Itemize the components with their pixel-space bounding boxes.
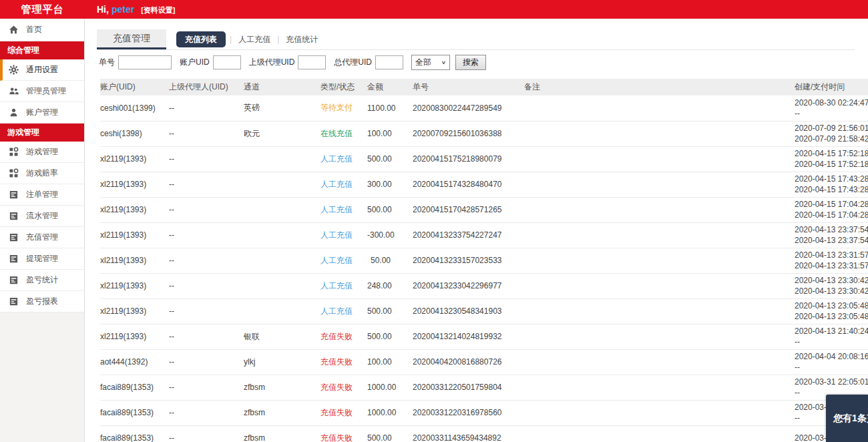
report-icon xyxy=(9,232,19,242)
cell-amount: -300.00 xyxy=(367,222,413,248)
cell-account: xl2119(1393) xyxy=(100,146,169,172)
cell-note xyxy=(524,400,795,425)
cell-agent: -- xyxy=(169,197,244,222)
column-header-4: 金额 xyxy=(367,79,413,95)
cell-note xyxy=(524,121,795,146)
cell-account: xl2119(1393) xyxy=(100,298,169,324)
sidebar-item-9[interactable]: 流水管理 xyxy=(0,206,84,227)
title-row: 充值管理 充值列表|人工充值|充值统计 xyxy=(97,30,855,50)
cell-channel: ylkj xyxy=(244,349,320,375)
cell-status: 充值失败 xyxy=(320,375,367,400)
paid-time: 2020-04-15 17:04:28 xyxy=(795,210,868,220)
paid-time: -- xyxy=(795,108,868,119)
cell-agent: -- xyxy=(169,400,244,425)
status-badge: 等待支付 xyxy=(320,103,353,112)
status-filter-select[interactable]: 全部∨ xyxy=(411,55,450,70)
search-form: 单号账户UID上级代理UID总代理UID全部∨搜索 xyxy=(99,55,486,70)
cell-order: 20200413233157023533 xyxy=(413,248,524,273)
sidebar-item-0[interactable]: 首页 xyxy=(0,19,84,41)
search-field-label-0: 单号 xyxy=(99,57,115,68)
recharge-notification-toast[interactable]: 您有1条充 xyxy=(826,395,868,442)
sidebar-item-13[interactable]: 盈亏报表 xyxy=(0,291,84,312)
tab-separator: | xyxy=(277,35,279,44)
cell-order: 20200331220316978560 xyxy=(413,400,524,425)
status-badge: 人工充值 xyxy=(320,180,353,189)
search-input-2[interactable] xyxy=(298,55,326,69)
search-button[interactable]: 搜索 xyxy=(455,55,486,70)
sidebar-item-11[interactable]: 提现管理 xyxy=(0,248,84,270)
cell-amount: 300.00 xyxy=(367,172,413,197)
table-row: facai889(1353)--zfbsm充值失败1000.0020200331… xyxy=(100,400,868,425)
cell-channel xyxy=(244,197,320,222)
cell-agent: -- xyxy=(169,298,244,324)
cell-channel: zfbsm xyxy=(244,375,320,400)
report-icon xyxy=(9,275,19,285)
sidebar-item-label: 游戏管理 xyxy=(26,146,58,158)
cell-amount: 500.00 xyxy=(367,425,413,442)
sidebar-item-label: 提现管理 xyxy=(26,253,58,264)
cell-agent: -- xyxy=(169,248,244,273)
cell-note xyxy=(524,375,795,400)
top-header: 管理平台 Hi,peter[资料设置] xyxy=(0,0,868,19)
cell-account: facai889(1353) xyxy=(100,425,169,442)
column-header-2: 通道 xyxy=(244,79,320,95)
grid-icon xyxy=(9,147,19,157)
cell-amount: 1000.00 xyxy=(367,400,413,425)
profile-settings-link[interactable]: [资料设置] xyxy=(141,6,175,14)
sidebar: 首页综合管理通用设置管理员管理账户管理游戏管理游戏管理游戏赔率注单管理流水管理充… xyxy=(0,19,85,442)
cell-dates: 2020-04-13 23:30:422020-04-13 23:30:42 xyxy=(795,273,868,298)
cell-dates: 2020-04-13 21:40:24-- xyxy=(795,324,868,349)
tab-1[interactable]: 人工充值 xyxy=(236,34,273,45)
sidebar-item-2[interactable]: 通用设置 xyxy=(0,59,84,81)
created-time: 2020-08-30 02:24:47 xyxy=(795,97,868,108)
sidebar-item-6[interactable]: 游戏管理 xyxy=(0,142,84,163)
sidebar-item-label: 注单管理 xyxy=(26,189,58,200)
sidebar-item-4[interactable]: 账户管理 xyxy=(0,102,84,124)
cell-amount: 500.00 xyxy=(367,324,413,349)
tab-0[interactable]: 充值列表 xyxy=(176,31,226,47)
cell-account: ceshi001(1399) xyxy=(100,95,169,121)
report-icon xyxy=(9,254,19,264)
cell-note xyxy=(524,248,795,273)
sidebar-item-7[interactable]: 游戏赔率 xyxy=(0,163,84,184)
created-time: 2020-04-13 23:30:42 xyxy=(795,275,868,286)
cell-status: 充值失败 xyxy=(320,425,367,442)
cell-account: xl2119(1393) xyxy=(100,197,169,222)
sidebar-item-label: 游戏赔率 xyxy=(26,168,58,179)
column-header-7: 创建/支付时间 xyxy=(795,79,868,95)
cell-account: xl2119(1393) xyxy=(100,273,169,298)
table-row: xl2119(1393)--人工充值248.002020041323304229… xyxy=(100,273,868,298)
paid-time: 2020-04-15 17:43:28 xyxy=(795,184,868,195)
status-badge: 人工充值 xyxy=(320,154,353,164)
created-time: 2020-04-15 17:52:18 xyxy=(795,148,868,159)
search-input-1[interactable] xyxy=(213,55,241,69)
sidebar-item-3[interactable]: 管理员管理 xyxy=(0,81,84,102)
sidebar-item-10[interactable]: 充值管理 xyxy=(0,227,84,248)
table-row: xl2119(1393)--银联充值失败500.0020200413214024… xyxy=(100,324,868,349)
cell-channel xyxy=(244,248,320,273)
column-header-5: 单号 xyxy=(413,79,524,95)
status-badge: 充值失败 xyxy=(320,332,353,341)
cell-dates: 2020-04-13 23:37:542020-04-13 23:37:54 xyxy=(795,222,868,248)
paid-time: 2020-04-13 23:30:42 xyxy=(795,286,868,296)
column-header-6: 备注 xyxy=(524,79,795,95)
cell-status: 人工充值 xyxy=(320,172,367,197)
cell-account: facai889(1353) xyxy=(100,375,169,400)
cell-note xyxy=(524,146,795,172)
cell-amount: 1100.00 xyxy=(367,95,413,121)
sidebar-item-12[interactable]: 盈亏统计 xyxy=(0,270,84,291)
cell-note xyxy=(524,95,795,121)
search-input-0[interactable] xyxy=(118,55,172,69)
cell-order: 20200413214024819932 xyxy=(413,324,524,349)
cell-status: 在线充值 xyxy=(320,121,367,146)
table-row: xl2119(1393)--人工充值500.002020041517521898… xyxy=(100,146,868,172)
search-input-3[interactable] xyxy=(375,55,403,69)
cell-status: 人工充值 xyxy=(320,146,367,172)
sidebar-item-8[interactable]: 注单管理 xyxy=(0,184,84,206)
app-logo: 管理平台 xyxy=(0,0,85,19)
tab-2[interactable]: 充值统计 xyxy=(283,34,320,45)
cell-status: 充值失败 xyxy=(320,400,367,425)
status-badge: 人工充值 xyxy=(320,230,353,240)
search-field-label-2: 上级代理UID xyxy=(249,57,295,68)
status-badge: 人工充值 xyxy=(320,205,353,214)
